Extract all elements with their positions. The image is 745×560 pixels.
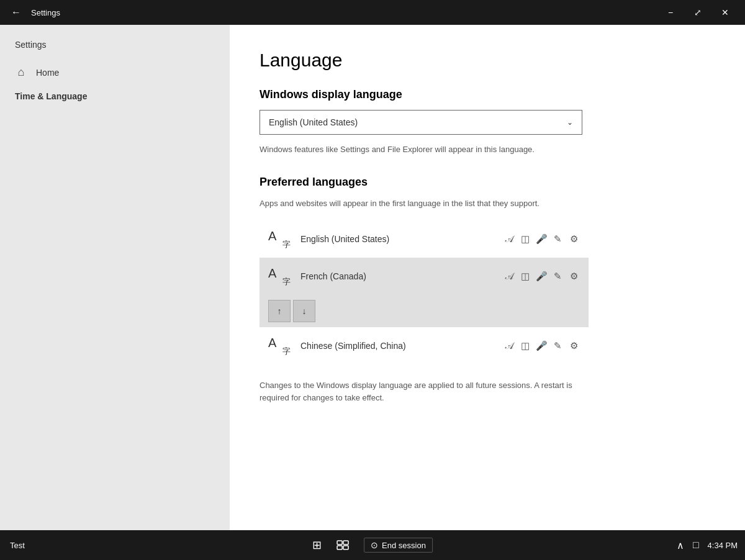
maximize-button[interactable]: ⤢ — [685, 2, 710, 22]
svg-rect-0 — [337, 541, 342, 544]
chinese-handwriting-icon: 𝒜 — [503, 340, 515, 352]
notification-icon[interactable]: □ — [693, 540, 699, 551]
sidebar-item-label-home: Home — [36, 68, 59, 78]
text-to-speech-icon: ✎ — [551, 233, 564, 245]
sidebar-item-label-time-language: Time & Language — [15, 91, 87, 101]
preferred-languages-title: Preferred languages — [260, 176, 715, 189]
settings-icon: ⚙ — [567, 233, 580, 245]
language-item-french[interactable]: A 字 French (Canada) 𝒜 ◫ 🎤 ✎ ⚙ — [260, 258, 589, 295]
chinese-feature-icons: 𝒜 ◫ 🎤 ✎ ⚙ — [503, 340, 580, 352]
french-language-name: French (Canada) — [300, 271, 503, 281]
preferred-languages-description: Apps and websites will appear in the fir… — [260, 197, 582, 210]
dropdown-selected-value: English (United States) — [269, 117, 358, 127]
sidebar-header: Settings — [0, 35, 230, 60]
display-language-section-title: Windows display language — [260, 88, 715, 101]
minimize-button[interactable]: − — [658, 2, 683, 22]
french-language-icon: A 字 — [268, 265, 291, 287]
language-dropdown-container: English (United States) ⌄ — [260, 110, 715, 135]
app-body: Settings ⌂ Home Time & Language Language… — [0, 25, 745, 530]
svg-rect-3 — [343, 546, 348, 549]
chevron-up-icon[interactable]: ∧ — [677, 540, 684, 551]
ocr-icon: ◫ — [519, 233, 531, 245]
chevron-down-icon: ⌄ — [567, 118, 573, 127]
language-item-chinese[interactable]: A 字 Chinese (Simplified, China) 𝒜 ◫ 🎤 ✎ … — [260, 327, 589, 364]
sidebar-item-home[interactable]: ⌂ Home — [0, 60, 230, 85]
page-title: Language — [260, 50, 715, 71]
move-down-button[interactable]: ↓ — [293, 300, 315, 322]
end-session-label: End session — [382, 541, 426, 550]
start-button[interactable]: ⊞ — [312, 538, 322, 552]
french-speech-icon: 🎤 — [535, 270, 548, 282]
taskbar-right: ∧ □ 4:34 PM — [677, 540, 738, 551]
handwriting-icon: 𝒜 — [503, 233, 515, 245]
preferred-languages-section: Preferred languages Apps and websites wi… — [260, 176, 715, 365]
chinese-language-icon: A 字 — [268, 335, 291, 357]
back-button[interactable]: ← — [7, 4, 25, 21]
window-controls: − ⤢ ✕ — [658, 2, 738, 22]
check-circle-icon: ⊙ — [371, 540, 378, 550]
french-settings-icon: ⚙ — [567, 270, 580, 282]
french-ocr-icon: ◫ — [519, 270, 531, 282]
english-feature-icons: 𝒜 ◫ 🎤 ✎ ⚙ — [503, 233, 580, 245]
bottom-note: Changes to the Windows display language … — [260, 379, 582, 404]
taskbar: Test ⊞ ⊙ End session ∧ □ 4:34 PM — [0, 530, 745, 560]
move-up-button[interactable]: ↑ — [268, 300, 291, 322]
sidebar-item-time-language[interactable]: Time & Language — [0, 85, 230, 107]
content-area: Language Windows display language Englis… — [230, 25, 745, 530]
title-bar: ← Settings − ⤢ ✕ — [0, 0, 745, 25]
taskbar-center: ⊞ ⊙ End session — [312, 538, 433, 553]
french-handwriting-icon: 𝒜 — [503, 270, 515, 282]
chinese-language-name: Chinese (Simplified, China) — [300, 341, 503, 351]
end-session-button[interactable]: ⊙ End session — [364, 538, 433, 553]
display-language-description: Windows features like Settings and File … — [260, 143, 582, 156]
chinese-tts-icon: ✎ — [551, 340, 564, 352]
task-view-button[interactable] — [336, 540, 349, 550]
move-buttons-container: ↑ ↓ — [260, 295, 589, 327]
svg-rect-1 — [343, 541, 348, 544]
english-language-icon: A 字 — [268, 228, 291, 250]
french-feature-icons: 𝒜 ◫ 🎤 ✎ ⚙ — [503, 270, 580, 282]
chinese-ocr-icon: ◫ — [519, 340, 531, 352]
chinese-speech-icon: 🎤 — [535, 340, 548, 352]
sidebar: Settings ⌂ Home Time & Language — [0, 25, 230, 530]
title-bar-title: Settings — [31, 8, 658, 17]
home-icon: ⌂ — [15, 66, 27, 79]
svg-rect-2 — [337, 546, 342, 549]
english-language-name: English (United States) — [300, 234, 503, 244]
taskbar-left: Test — [7, 541, 25, 550]
speech-icon: 🎤 — [535, 233, 548, 245]
close-button[interactable]: ✕ — [713, 2, 738, 22]
taskbar-app-name: Test — [10, 541, 25, 550]
chinese-settings-icon: ⚙ — [567, 340, 580, 352]
display-language-section: Windows display language English (United… — [260, 88, 715, 156]
language-dropdown[interactable]: English (United States) ⌄ — [260, 110, 582, 135]
language-item-english[interactable]: A 字 English (United States) 𝒜 ◫ 🎤 ✎ ⚙ — [260, 220, 589, 258]
french-tts-icon: ✎ — [551, 270, 564, 282]
taskbar-time: 4:34 PM — [708, 541, 738, 550]
